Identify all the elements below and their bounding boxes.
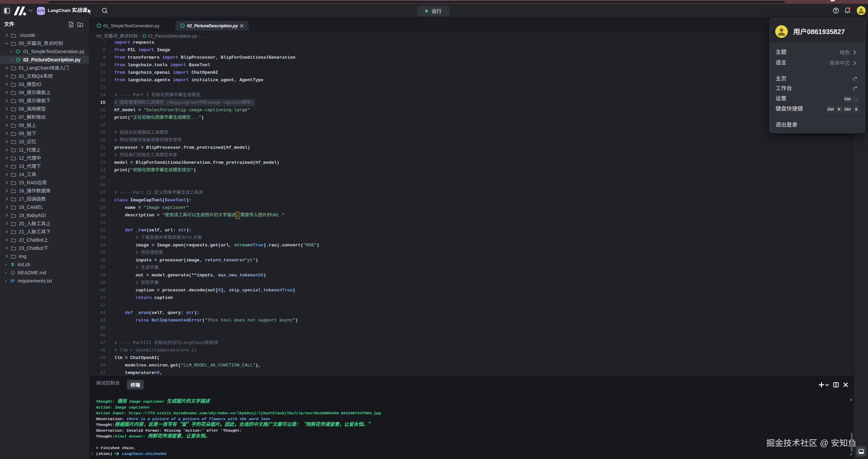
svg-text:?: ?: [12, 271, 14, 274]
